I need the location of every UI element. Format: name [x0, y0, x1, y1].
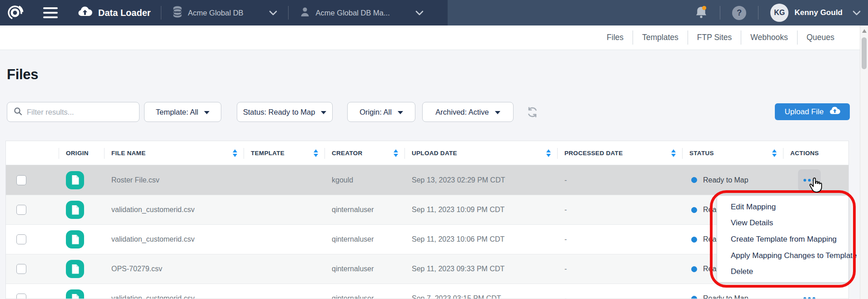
sort-icon[interactable]: [394, 149, 398, 157]
row-actions-button[interactable]: [798, 169, 821, 191]
file-name: OPS-70279.csv: [104, 265, 244, 273]
status-dot: [691, 266, 697, 272]
status-label: Ready to Map: [703, 176, 748, 184]
refresh-icon[interactable]: [526, 106, 539, 118]
cloud-upload-icon: [829, 106, 840, 117]
nav-divider: [758, 6, 758, 20]
database-selector-label: Acme Global DB: [188, 9, 244, 17]
tab-queues[interactable]: Queues: [797, 30, 843, 45]
row-actions-context-menu: Edit Mapping View Details Create Templat…: [717, 195, 849, 283]
database-selector[interactable]: Acme Global DB: [161, 0, 288, 25]
status-label: Ready to Map: [703, 294, 748, 299]
sort-icon[interactable]: [314, 149, 318, 157]
file-processed-date: -: [557, 206, 682, 214]
scrollbar-thumb[interactable]: [862, 37, 867, 69]
menu-item-view-details[interactable]: View Details: [717, 215, 848, 232]
status-dot: [691, 296, 697, 299]
header-processed-date: PROCESSED DATE: [557, 141, 682, 165]
file-processed-date: -: [557, 294, 682, 299]
menu-item-edit-mapping[interactable]: Edit Mapping: [717, 199, 848, 215]
menu-item-apply-mapping-changes[interactable]: Apply Mapping Changes to Template: [717, 248, 848, 264]
chevron-down-icon: [269, 10, 277, 15]
mapping-selector[interactable]: Acme Global DB Ma...: [289, 0, 434, 25]
caret-down-icon: [204, 111, 210, 114]
sort-icon[interactable]: [772, 149, 777, 157]
sort-icon[interactable]: [233, 149, 237, 157]
database-icon: [172, 6, 183, 20]
file-creator: qinternaluser: [324, 294, 404, 299]
status-dot: [691, 237, 697, 243]
table-row[interactable]: validation_customerid.csv qinternaluser …: [6, 284, 848, 299]
notifications-bell-icon[interactable]: [694, 5, 708, 20]
template-filter-dropdown[interactable]: Template: All: [144, 102, 221, 122]
file-creator: qinternaluser: [324, 265, 404, 273]
hamburger-menu-icon[interactable]: [43, 7, 58, 18]
status-dot: [691, 177, 697, 183]
mapping-selector-label: Acme Global DB Ma...: [316, 9, 390, 17]
app-title: Data Loader: [98, 8, 151, 18]
sort-icon[interactable]: [671, 149, 676, 157]
origin-filter-dropdown[interactable]: Origin: All: [347, 102, 415, 122]
menu-item-delete[interactable]: Delete: [717, 264, 848, 280]
caret-down-icon: [398, 111, 403, 114]
file-origin-icon: [66, 171, 84, 189]
file-processed-date: -: [557, 235, 682, 243]
avatar[interactable]: KG: [770, 4, 788, 22]
row-checkbox[interactable]: [16, 234, 26, 244]
file-origin-icon: [66, 230, 84, 248]
row-checkbox[interactable]: [16, 175, 26, 185]
tab-templates[interactable]: Templates: [633, 30, 688, 45]
header-template: TEMPLATE: [244, 141, 324, 165]
row-actions-button[interactable]: [798, 288, 821, 299]
table-row[interactable]: Roster File.csv kgould Sep 13, 2023 02:2…: [6, 165, 848, 195]
user-icon: [299, 6, 310, 19]
file-upload-date: Sep 13, 2023 02:29 PM CDT: [404, 176, 557, 184]
table-header-row: ORIGIN FILE NAME TEMPLATE CREATOR UPLOAD…: [6, 141, 848, 165]
app-logo-icon[interactable]: [6, 4, 24, 22]
nav-divider: [720, 6, 720, 20]
caret-down-icon: [321, 111, 326, 114]
archived-filter-dropdown[interactable]: Archived: Active: [422, 102, 514, 122]
tab-webhooks[interactable]: Webhooks: [741, 30, 797, 45]
header-file-name: FILE NAME: [104, 141, 244, 165]
avatar-initials: KG: [774, 9, 785, 17]
row-checkbox[interactable]: [16, 264, 26, 274]
header-upload-date: UPLOAD DATE: [404, 141, 557, 165]
file-creator: qinternaluser: [324, 235, 404, 243]
file-origin-icon: [66, 260, 84, 278]
help-icon[interactable]: ?: [732, 6, 746, 20]
file-name: validation_customerid.csv: [104, 235, 244, 243]
search-box: [7, 102, 140, 122]
row-checkbox[interactable]: [16, 294, 26, 299]
header-checkbox-column: [6, 141, 59, 165]
header-origin: ORIGIN: [59, 141, 104, 165]
filter-toolbar: Template: All Status: Ready to Map Origi…: [0, 102, 868, 122]
upload-file-button[interactable]: Upload File: [775, 103, 850, 120]
sort-icon[interactable]: [546, 149, 551, 157]
search-icon: [14, 107, 22, 117]
search-input[interactable]: [27, 108, 133, 117]
top-nav: Data Loader Acme Global DB: [0, 0, 868, 25]
status-filter-dropdown[interactable]: Status: Ready to Map: [237, 102, 333, 122]
caret-down-icon: [495, 111, 500, 114]
file-origin-icon: [66, 201, 84, 219]
file-name: validation_customerid.csv: [104, 206, 244, 214]
user-name: Kenny Gould: [794, 8, 843, 17]
file-origin-icon: [66, 289, 84, 299]
scrollbar-up-arrow-icon[interactable]: [862, 29, 867, 33]
section-tab-bar: Files Templates FTP Sites Webhooks Queue…: [0, 25, 868, 50]
file-processed-date: -: [557, 176, 682, 184]
file-name: Roster File.csv: [104, 176, 244, 184]
row-checkbox[interactable]: [16, 205, 26, 215]
user-menu-chevron-icon[interactable]: [853, 10, 861, 15]
file-creator: qinternaluser: [324, 206, 404, 214]
help-glyph: ?: [737, 8, 742, 18]
menu-item-create-template[interactable]: Create Template from Mapping: [717, 231, 848, 248]
header-creator: CREATOR: [324, 141, 404, 165]
tab-files[interactable]: Files: [598, 30, 633, 45]
cloud-upload-icon: [78, 6, 92, 19]
tab-ftp-sites[interactable]: FTP Sites: [688, 30, 741, 45]
vertical-scrollbar[interactable]: [860, 25, 868, 299]
file-upload-date: Sep 11, 2023 10:06 PM CDT: [404, 235, 557, 243]
file-creator: kgould: [324, 176, 404, 184]
